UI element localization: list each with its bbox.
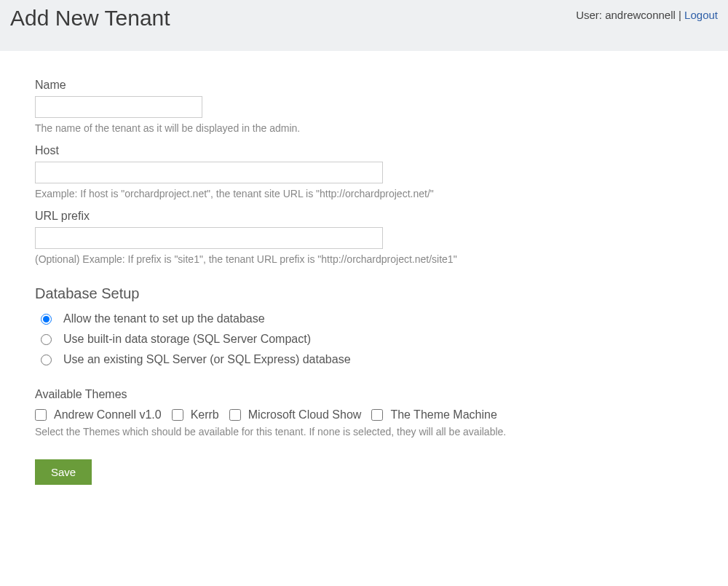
theme-item: Microsoft Cloud Show [229, 408, 362, 421]
user-info: User: andrewconnell | Logout [576, 9, 718, 21]
theme-label-kerrb[interactable]: Kerrb [191, 408, 219, 421]
url-prefix-label: URL prefix [35, 210, 693, 223]
db-option-allow-tenant[interactable]: Allow the tenant to set up the database [41, 312, 693, 325]
user-prefix: User: [576, 9, 605, 21]
theme-checkbox-theme-machine[interactable] [371, 409, 383, 421]
theme-checkbox-microsoft-cloud-show[interactable] [229, 409, 241, 421]
url-prefix-hint: (Optional) Example: If prefix is "site1"… [35, 253, 693, 265]
host-label: Host [35, 144, 693, 157]
db-label-allow-tenant[interactable]: Allow the tenant to set up the database [63, 312, 265, 325]
host-hint: Example: If host is "orchardproject.net"… [35, 188, 693, 199]
logout-link[interactable]: Logout [684, 9, 718, 21]
db-option-existing-sql[interactable]: Use an existing SQL Server (or SQL Expre… [41, 353, 693, 366]
name-hint: The name of the tenant as it will be dis… [35, 122, 693, 134]
themes-label: Available Themes [35, 388, 693, 401]
db-radio-builtin[interactable] [41, 334, 52, 345]
db-label-existing-sql[interactable]: Use an existing SQL Server (or SQL Expre… [63, 353, 351, 366]
page-title: Add New Tenant [10, 6, 170, 31]
database-setup-heading: Database Setup [35, 285, 693, 302]
host-input[interactable] [35, 162, 383, 183]
db-option-builtin[interactable]: Use built-in data storage (SQL Server Co… [41, 333, 693, 346]
themes-row: Andrew Connell v1.0 Kerrb Microsoft Clou… [35, 408, 693, 421]
page-header: Add New Tenant User: andrewconnell | Log… [0, 0, 728, 51]
theme-label-theme-machine[interactable]: The Theme Machine [390, 408, 496, 421]
url-prefix-input[interactable] [35, 227, 383, 249]
username: andrewconnell [605, 9, 676, 21]
theme-item: Andrew Connell v1.0 [35, 408, 162, 421]
themes-hint: Select the Themes which should be availa… [35, 426, 693, 437]
name-input[interactable] [35, 96, 202, 118]
db-label-builtin[interactable]: Use built-in data storage (SQL Server Co… [63, 333, 311, 346]
theme-checkbox-kerrb[interactable] [172, 409, 183, 421]
url-prefix-field-group: URL prefix (Optional) Example: If prefix… [35, 210, 693, 265]
db-radio-existing-sql[interactable] [41, 355, 52, 365]
save-button[interactable]: Save [35, 459, 92, 485]
name-label: Name [35, 79, 693, 92]
theme-item: Kerrb [172, 408, 219, 421]
theme-label-microsoft-cloud-show[interactable]: Microsoft Cloud Show [248, 408, 362, 421]
theme-checkbox-andrew-connell[interactable] [35, 409, 47, 421]
form-content: Name The name of the tenant as it will b… [0, 51, 728, 507]
separator: | [676, 9, 684, 21]
theme-item: The Theme Machine [371, 408, 496, 421]
name-field-group: Name The name of the tenant as it will b… [35, 79, 693, 134]
theme-label-andrew-connell[interactable]: Andrew Connell v1.0 [54, 408, 162, 421]
host-field-group: Host Example: If host is "orchardproject… [35, 144, 693, 199]
db-radio-allow-tenant[interactable] [41, 314, 52, 325]
